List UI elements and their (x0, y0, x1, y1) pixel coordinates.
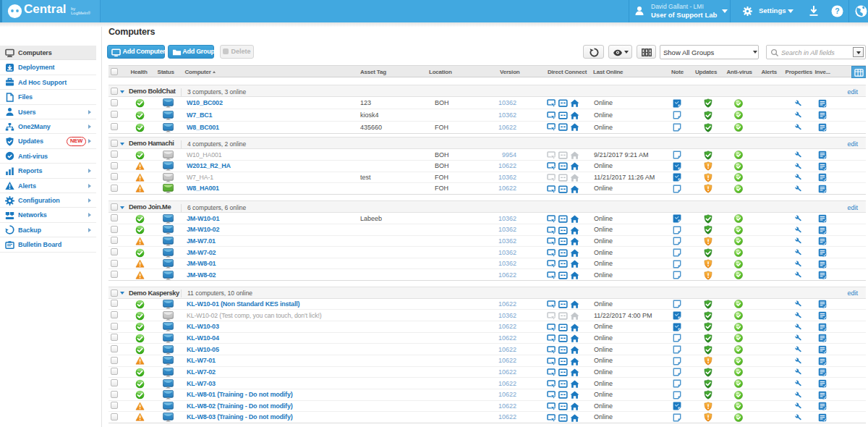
svg-text:?: ? (835, 7, 839, 15)
